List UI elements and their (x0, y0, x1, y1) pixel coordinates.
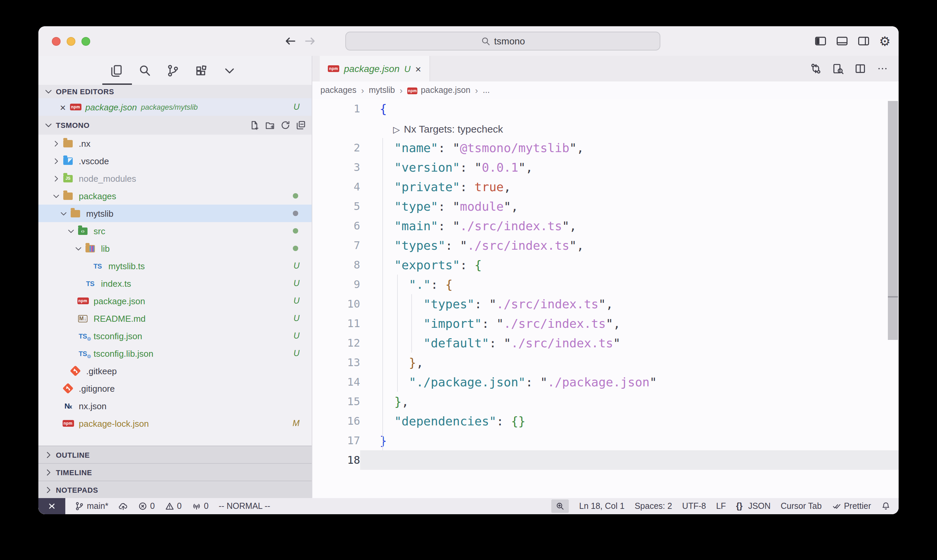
more-actions-icon[interactable] (876, 63, 889, 75)
status-publish[interactable] (118, 502, 128, 511)
chevron-down-icon[interactable] (73, 244, 83, 253)
source-control-icon[interactable] (166, 64, 180, 77)
code-content[interactable]: "name": "@tsmono/mytslib", (360, 138, 899, 157)
chevron-right-icon[interactable] (51, 157, 61, 165)
code-content[interactable]: "types": "./src/index.ts", (360, 235, 899, 255)
files-icon[interactable] (110, 64, 123, 77)
split-editor-icon[interactable] (854, 63, 866, 75)
gear-icon[interactable]: ⚙ (879, 35, 891, 48)
explorer-header[interactable]: TSMONO (38, 116, 312, 135)
tree-item-lib[interactable]: lib (38, 240, 312, 257)
status-language-mode[interactable]: {}JSON (736, 502, 771, 511)
tree-item--gitignore[interactable]: .gitignore (38, 380, 312, 397)
status-broadcast[interactable]: 0 (192, 502, 209, 511)
code-content[interactable]: "default": "./src/index.ts" (360, 333, 899, 353)
open-preview-icon[interactable] (832, 63, 844, 75)
close-icon[interactable]: × (60, 102, 66, 112)
tree-item-packages[interactable]: packages (38, 187, 312, 205)
status-notifications[interactable] (881, 502, 891, 511)
extensions-icon[interactable] (195, 64, 208, 77)
tree-item-tsconfig-json[interactable]: TS⚙tsconfig.jsonU (38, 327, 312, 345)
code-content[interactable]: }, (360, 353, 899, 372)
chevron-down-icon[interactable] (51, 191, 61, 200)
code-line-4: 4 "private": true, (312, 177, 899, 197)
tab-package-json[interactable]: npm package.json U × (320, 56, 430, 82)
status-cursor-tab[interactable]: Cursor Tab (781, 502, 822, 511)
code-content[interactable]: "type": "module", (360, 197, 899, 216)
tree-item--vscode[interactable]: .vscode (38, 152, 312, 169)
tree-item-mytslib-ts[interactable]: TSmytslib.tsU (38, 257, 312, 275)
tree-item-nx-json[interactable]: Nxnx.json (38, 397, 312, 415)
status-vim-mode[interactable]: -- NORMAL -- (219, 502, 270, 511)
toggle-panel-icon[interactable] (836, 35, 848, 47)
tree-item-readme-md[interactable]: M↓README.mdU (38, 309, 312, 327)
breadcrumb-item[interactable]: packages (320, 86, 357, 95)
code-editor[interactable]: 1{▷Nx Targets: typecheck2 "name": "@tsmo… (312, 99, 899, 498)
code-content[interactable]: "exports": { (360, 255, 899, 275)
code-content[interactable] (360, 450, 899, 470)
line-number: 6 (312, 216, 360, 235)
status-zoom-indicator[interactable] (552, 499, 569, 513)
sidebar-section-notepads[interactable]: NOTEPADS (38, 481, 312, 498)
sidebar-section-timeline[interactable]: TIMELINE (38, 463, 312, 481)
sidebar-section-outline[interactable]: OUTLINE (38, 446, 312, 463)
scrollbar-thumb[interactable] (888, 101, 898, 340)
code-content[interactable]: } (360, 431, 899, 450)
tree-item-package-json[interactable]: npmpackage.jsonU (38, 292, 312, 309)
new-folder-icon[interactable] (265, 120, 275, 131)
chevron-right-icon[interactable] (51, 139, 61, 148)
open-editors-header[interactable]: OPEN EDITORS (38, 85, 312, 98)
search-icon[interactable] (138, 64, 151, 77)
chevron-down-icon[interactable] (65, 226, 76, 235)
open-changes-icon[interactable] (810, 63, 822, 75)
status-problems-warnings[interactable]: 0 (165, 502, 182, 511)
tree-item-index-ts[interactable]: TSindex.tsU (38, 275, 312, 292)
tree-item-package-lock-json[interactable]: npmpackage-lock.jsonM (38, 415, 312, 432)
status-formatter[interactable]: Prettier (832, 502, 871, 511)
chevron-down-icon[interactable] (223, 64, 236, 77)
refresh-icon[interactable] (280, 120, 291, 131)
status-eol[interactable]: LF (716, 502, 726, 511)
status-indentation[interactable]: Spaces: 2 (635, 502, 672, 511)
chevron-down-icon[interactable] (58, 209, 69, 218)
status-git-branch[interactable]: main* (75, 502, 108, 511)
code-content[interactable]: "import": "./src/index.ts", (360, 314, 899, 333)
code-content[interactable]: ".": { (360, 275, 899, 294)
code-content[interactable]: "private": true, (360, 177, 899, 197)
minimize-window-button[interactable] (67, 37, 75, 46)
code-content[interactable]: "main": "./src/index.ts", (360, 216, 899, 235)
status-problems-errors[interactable]: 0 (138, 502, 155, 511)
code-content[interactable]: "dependencies": {} (360, 411, 899, 431)
new-file-icon[interactable] (249, 120, 260, 131)
breadcrumb-item[interactable]: npmpackage.json (407, 86, 470, 95)
collapse-all-icon[interactable] (295, 120, 306, 131)
breadcrumb-item[interactable]: mytslib (369, 86, 395, 95)
zoom-window-button[interactable] (82, 37, 90, 46)
back-arrow-icon[interactable] (283, 34, 297, 48)
tree-item-tsconfig-lib-json[interactable]: TS⚙tsconfig.lib.jsonU (38, 345, 312, 362)
tree-item-node-modules[interactable]: node_modules (38, 169, 312, 187)
tree-item--nx[interactable]: .nx (38, 135, 312, 152)
chevron-right-icon[interactable] (51, 174, 61, 183)
code-content[interactable]: { (360, 99, 899, 118)
toggle-secondary-sidebar-icon[interactable] (858, 35, 870, 47)
code-content[interactable]: "version": "0.0.1", (360, 157, 899, 177)
command-center-search[interactable]: tsmono (345, 32, 660, 51)
code-content[interactable]: }, (360, 392, 899, 411)
status-cursor-position[interactable]: Ln 18, Col 1 (579, 502, 625, 511)
status-remote-indicator[interactable] (38, 498, 65, 514)
tree-item--gitkeep[interactable]: .gitkeep (38, 362, 312, 380)
open-editor-item[interactable]: × npm package.json packages/mytslib U (38, 98, 312, 116)
forward-arrow-icon[interactable] (303, 34, 317, 48)
tree-item-src[interactable]: src (38, 222, 312, 240)
breadcrumb-item[interactable]: ... (483, 86, 490, 95)
close-tab-icon[interactable]: × (415, 64, 422, 74)
toggle-sidebar-icon[interactable] (814, 35, 826, 47)
codelens-action[interactable]: ▷Nx Targets: typecheck (393, 123, 503, 135)
tree-item-mytslib[interactable]: mytslib (38, 205, 312, 222)
code-content[interactable]: "types": "./src/index.ts", (360, 294, 899, 314)
code-content[interactable]: "./package.json": "./package.json" (360, 372, 899, 392)
status-encoding[interactable]: UTF-8 (682, 502, 706, 511)
codelens[interactable]: ▷Nx Targets: typecheck (360, 118, 899, 138)
close-window-button[interactable] (52, 37, 61, 46)
